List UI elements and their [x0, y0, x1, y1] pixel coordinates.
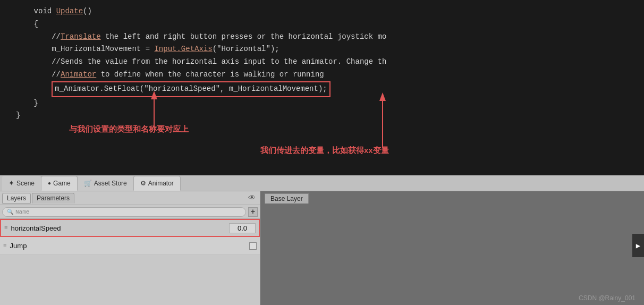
code-line-3: //Translate the left and right button pr…	[16, 31, 628, 44]
tab-animator[interactable]: ⚙ Animator	[133, 176, 181, 191]
param-row-horizontalspeed[interactable]: ≡ horizontalSpeed 0.0	[0, 219, 260, 237]
scene-icon: ✦	[9, 179, 14, 187]
tabs-row: ✦ Scene ● Game 🛒 Asset Store ⚙ Animator	[0, 175, 644, 191]
code-line-7: m_Animator.SetFloat("horizontalSpeed", m…	[16, 81, 628, 97]
param-row-jump[interactable]: ≡ Jump	[0, 237, 260, 255]
tab-asset-store[interactable]: 🛒 Asset Store	[78, 176, 133, 191]
layers-label: Layers	[7, 194, 26, 202]
base-layer-label: Base Layer	[270, 195, 303, 202]
sub-tabs-row: Layers Parameters 👁	[0, 191, 260, 205]
search-box[interactable]: 🔍 Name	[2, 207, 246, 217]
code-section: void Update() { //Translate the left and…	[0, 0, 644, 175]
code-line-1: void Update()	[16, 5, 628, 18]
tab-game-label: Game	[53, 180, 71, 187]
sub-tabs-right: 👁	[246, 193, 258, 204]
add-icon: +	[251, 208, 255, 216]
editor-panel: ✦ Scene ● Game 🛒 Asset Store ⚙ Animator	[0, 175, 644, 305]
csdn-watermark: CSDN @Rainy_001	[579, 294, 635, 302]
game-icon: ●	[48, 180, 51, 186]
search-row: 🔍 Name +	[0, 205, 260, 219]
code-line-2: {	[16, 18, 628, 31]
drag-handle-horizontalspeed: ≡	[4, 225, 8, 231]
param-name-horizontalspeed: horizontalSpeed	[11, 224, 229, 232]
code-line-6: //Animator to define when the character …	[16, 69, 628, 81]
left-panel: Layers Parameters 👁 🔍 Name	[0, 191, 260, 305]
drag-handle-jump: ≡	[3, 243, 7, 249]
base-layer-tab[interactable]: Base Layer	[265, 193, 309, 204]
annotation-text-2: 我们传进去的变量，比如获得xx变量	[260, 143, 389, 157]
parameters-label: Parameters	[37, 194, 70, 202]
tab-game[interactable]: ● Game	[41, 176, 78, 191]
param-name-jump: Jump	[10, 242, 249, 250]
param-value-horizontalspeed[interactable]: 0.0	[229, 223, 256, 233]
sub-tab-layers[interactable]: Layers	[2, 193, 31, 204]
video-play-button[interactable]: ▶	[632, 234, 644, 257]
code-line-4: m_HorizontalMovement = Input.GetAxis("Ho…	[16, 43, 628, 56]
search-icon: 🔍	[7, 209, 13, 215]
panel-body: Layers Parameters 👁 🔍 Name	[0, 191, 644, 305]
tab-scene[interactable]: ✦ Scene	[2, 176, 41, 191]
animator-icon: ⚙	[140, 180, 146, 187]
asset-store-icon: 🛒	[84, 180, 92, 187]
param-checkbox-jump[interactable]	[249, 242, 257, 250]
code-line-8: }	[16, 97, 628, 110]
code-line-5: //Sends the value from the horizontal ax…	[16, 56, 628, 69]
parameters-list: ≡ horizontalSpeed 0.0 ≡ Jump	[0, 219, 260, 255]
eye-icon[interactable]: 👁	[246, 193, 258, 204]
search-placeholder: Name	[15, 209, 29, 215]
code-line-9: }	[16, 109, 628, 122]
add-parameter-button[interactable]: +	[248, 207, 258, 217]
tab-asset-store-label: Asset Store	[94, 180, 127, 187]
tab-animator-label: Animator	[148, 180, 174, 187]
animator-graph-panel[interactable]: Base Layer	[260, 191, 644, 305]
base-layer-tab-area: Base Layer	[260, 191, 644, 206]
video-play-icon: ▶	[636, 241, 640, 250]
tab-scene-label: Scene	[16, 180, 35, 187]
sub-tab-parameters[interactable]: Parameters	[32, 193, 74, 204]
annotation-text-1: 与我们设置的类型和名称要对应上	[69, 122, 189, 136]
